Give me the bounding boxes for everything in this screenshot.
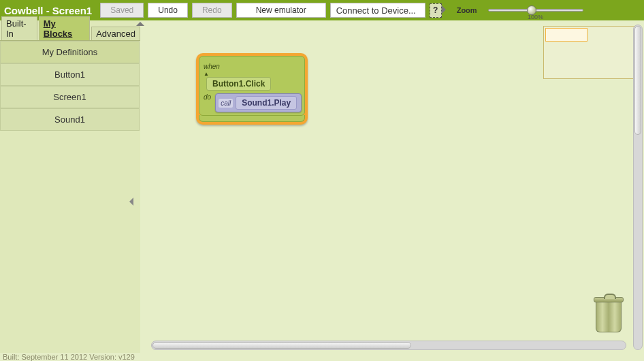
minimap-viewport[interactable]: [545, 28, 587, 42]
app-title: Cowbell - Screen1: [4, 5, 92, 16]
sidebar-item-mydefinitions[interactable]: My Definitions: [0, 41, 140, 63]
tab-myblocks[interactable]: My Blocks: [39, 16, 90, 40]
connect-device-dropdown[interactable]: Connect to Device...: [330, 3, 425, 18]
new-emulator-button[interactable]: New emulator: [236, 3, 326, 18]
tab-advanced[interactable]: Advanced: [91, 27, 140, 40]
saved-button[interactable]: Saved: [100, 3, 144, 18]
toolbar: Cowbell - Screen1 Saved Undo Redo New em…: [0, 0, 644, 20]
sidebar-item-button1[interactable]: Button1: [0, 63, 140, 86]
tab-builtin[interactable]: Built-In: [1, 16, 37, 40]
call-label[interactable]: Sound1.Play: [236, 96, 297, 110]
event-block[interactable]: when Button1.Click do call Sound1.Play: [196, 53, 308, 125]
help-button[interactable]: ?: [430, 3, 442, 18]
event-label[interactable]: Button1.Click: [206, 77, 271, 91]
sidebar-item-sound1[interactable]: Sound1: [0, 108, 140, 131]
horizontal-scrollbar[interactable]: [151, 341, 626, 350]
sidebar-collapse-up-icon[interactable]: [136, 22, 144, 26]
redo-button[interactable]: Redo: [192, 3, 232, 18]
vertical-scrollbar[interactable]: [633, 25, 643, 350]
keyword-when: when: [204, 63, 300, 77]
footer-build-info: Built: September 11 2012 Version: v129: [3, 353, 135, 361]
zoom-label: Zoom: [457, 6, 477, 14]
sidebar-item-screen1[interactable]: Screen1: [0, 86, 140, 108]
keyword-do: do: [204, 93, 211, 101]
call-block[interactable]: call Sound1.Play: [215, 93, 302, 112]
vertical-scroll-thumb[interactable]: [634, 26, 641, 135]
sidebar-collapse-icon[interactable]: [129, 198, 133, 206]
main-area: Built-In My Blocks Advanced My Definitio…: [0, 20, 644, 353]
sidebar: Built-In My Blocks Advanced My Definitio…: [0, 20, 140, 353]
keyword-call: call: [219, 99, 233, 108]
workspace[interactable]: when Button1.Click do call Sound1.Play: [147, 25, 640, 353]
horizontal-scroll-thumb[interactable]: [152, 342, 411, 349]
minimap[interactable]: [543, 26, 639, 79]
zoom-knob[interactable]: [527, 5, 536, 15]
zoom-slider[interactable]: 100%: [488, 9, 583, 12]
sidebar-tabs: Built-In My Blocks Advanced: [0, 26, 140, 41]
undo-button[interactable]: Undo: [148, 3, 188, 18]
trash-icon[interactable]: [594, 297, 625, 335]
